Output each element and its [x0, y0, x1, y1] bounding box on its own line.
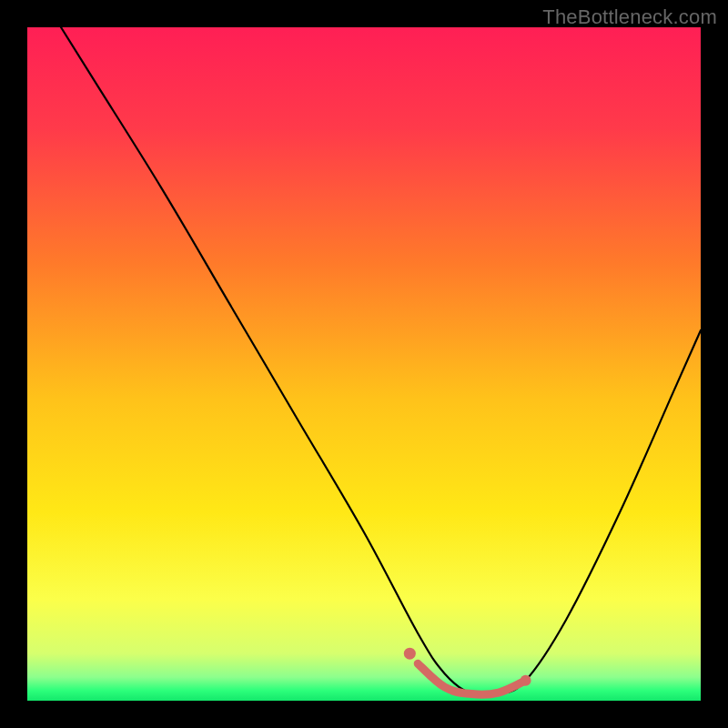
optimal-range-start-dot: [404, 648, 416, 660]
plot-area: [27, 27, 701, 701]
optimal-range-segment: [418, 663, 525, 694]
optimal-range-end-dot: [521, 675, 531, 686]
watermark-text: TheBottleneck.com: [542, 5, 717, 29]
chart-container: TheBottleneck.com: [0, 0, 728, 728]
highlight-layer: [27, 27, 701, 701]
